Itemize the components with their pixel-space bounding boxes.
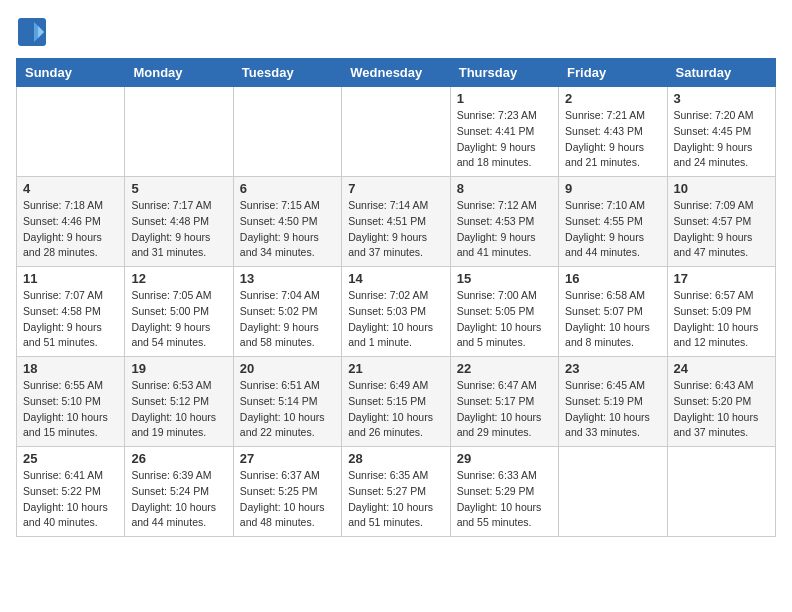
day-number: 3 [674, 91, 769, 106]
weekday-row: SundayMondayTuesdayWednesdayThursdayFrid… [17, 59, 776, 87]
calendar-cell: 15Sunrise: 7:00 AM Sunset: 5:05 PM Dayli… [450, 267, 558, 357]
day-info: Sunrise: 7:09 AM Sunset: 4:57 PM Dayligh… [674, 198, 769, 261]
day-info: Sunrise: 6:51 AM Sunset: 5:14 PM Dayligh… [240, 378, 335, 441]
day-number: 1 [457, 91, 552, 106]
day-info: Sunrise: 6:55 AM Sunset: 5:10 PM Dayligh… [23, 378, 118, 441]
calendar-cell: 20Sunrise: 6:51 AM Sunset: 5:14 PM Dayli… [233, 357, 341, 447]
day-number: 2 [565, 91, 660, 106]
calendar-cell: 18Sunrise: 6:55 AM Sunset: 5:10 PM Dayli… [17, 357, 125, 447]
day-number: 27 [240, 451, 335, 466]
day-number: 25 [23, 451, 118, 466]
calendar-cell: 25Sunrise: 6:41 AM Sunset: 5:22 PM Dayli… [17, 447, 125, 537]
calendar-cell: 22Sunrise: 6:47 AM Sunset: 5:17 PM Dayli… [450, 357, 558, 447]
day-number: 22 [457, 361, 552, 376]
calendar-cell: 4Sunrise: 7:18 AM Sunset: 4:46 PM Daylig… [17, 177, 125, 267]
day-info: Sunrise: 7:14 AM Sunset: 4:51 PM Dayligh… [348, 198, 443, 261]
calendar-cell [342, 87, 450, 177]
calendar-cell: 16Sunrise: 6:58 AM Sunset: 5:07 PM Dayli… [559, 267, 667, 357]
calendar-cell: 8Sunrise: 7:12 AM Sunset: 4:53 PM Daylig… [450, 177, 558, 267]
calendar-cell: 6Sunrise: 7:15 AM Sunset: 4:50 PM Daylig… [233, 177, 341, 267]
day-info: Sunrise: 7:20 AM Sunset: 4:45 PM Dayligh… [674, 108, 769, 171]
logo [16, 16, 52, 48]
calendar-cell: 29Sunrise: 6:33 AM Sunset: 5:29 PM Dayli… [450, 447, 558, 537]
calendar-cell: 11Sunrise: 7:07 AM Sunset: 4:58 PM Dayli… [17, 267, 125, 357]
calendar-cell: 12Sunrise: 7:05 AM Sunset: 5:00 PM Dayli… [125, 267, 233, 357]
calendar-cell: 24Sunrise: 6:43 AM Sunset: 5:20 PM Dayli… [667, 357, 775, 447]
day-info: Sunrise: 6:37 AM Sunset: 5:25 PM Dayligh… [240, 468, 335, 531]
calendar-cell [233, 87, 341, 177]
day-number: 7 [348, 181, 443, 196]
day-info: Sunrise: 7:21 AM Sunset: 4:43 PM Dayligh… [565, 108, 660, 171]
day-info: Sunrise: 7:17 AM Sunset: 4:48 PM Dayligh… [131, 198, 226, 261]
day-info: Sunrise: 7:05 AM Sunset: 5:00 PM Dayligh… [131, 288, 226, 351]
weekday-header: Friday [559, 59, 667, 87]
calendar-cell: 13Sunrise: 7:04 AM Sunset: 5:02 PM Dayli… [233, 267, 341, 357]
day-number: 8 [457, 181, 552, 196]
day-number: 29 [457, 451, 552, 466]
day-number: 17 [674, 271, 769, 286]
page-header [16, 16, 776, 48]
day-number: 20 [240, 361, 335, 376]
day-number: 18 [23, 361, 118, 376]
day-info: Sunrise: 6:35 AM Sunset: 5:27 PM Dayligh… [348, 468, 443, 531]
day-number: 4 [23, 181, 118, 196]
day-info: Sunrise: 6:45 AM Sunset: 5:19 PM Dayligh… [565, 378, 660, 441]
day-info: Sunrise: 7:15 AM Sunset: 4:50 PM Dayligh… [240, 198, 335, 261]
calendar-table: SundayMondayTuesdayWednesdayThursdayFrid… [16, 58, 776, 537]
day-number: 23 [565, 361, 660, 376]
day-number: 9 [565, 181, 660, 196]
calendar-week-row: 1Sunrise: 7:23 AM Sunset: 4:41 PM Daylig… [17, 87, 776, 177]
day-number: 21 [348, 361, 443, 376]
day-info: Sunrise: 7:02 AM Sunset: 5:03 PM Dayligh… [348, 288, 443, 351]
calendar-cell: 2Sunrise: 7:21 AM Sunset: 4:43 PM Daylig… [559, 87, 667, 177]
calendar-cell [667, 447, 775, 537]
calendar-cell: 28Sunrise: 6:35 AM Sunset: 5:27 PM Dayli… [342, 447, 450, 537]
calendar-header: SundayMondayTuesdayWednesdayThursdayFrid… [17, 59, 776, 87]
calendar-week-row: 11Sunrise: 7:07 AM Sunset: 4:58 PM Dayli… [17, 267, 776, 357]
calendar-cell: 7Sunrise: 7:14 AM Sunset: 4:51 PM Daylig… [342, 177, 450, 267]
weekday-header: Sunday [17, 59, 125, 87]
weekday-header: Saturday [667, 59, 775, 87]
day-number: 11 [23, 271, 118, 286]
day-number: 13 [240, 271, 335, 286]
calendar-cell: 10Sunrise: 7:09 AM Sunset: 4:57 PM Dayli… [667, 177, 775, 267]
calendar-cell: 14Sunrise: 7:02 AM Sunset: 5:03 PM Dayli… [342, 267, 450, 357]
day-info: Sunrise: 7:23 AM Sunset: 4:41 PM Dayligh… [457, 108, 552, 171]
day-info: Sunrise: 6:57 AM Sunset: 5:09 PM Dayligh… [674, 288, 769, 351]
day-info: Sunrise: 6:53 AM Sunset: 5:12 PM Dayligh… [131, 378, 226, 441]
calendar-cell: 17Sunrise: 6:57 AM Sunset: 5:09 PM Dayli… [667, 267, 775, 357]
calendar-cell: 9Sunrise: 7:10 AM Sunset: 4:55 PM Daylig… [559, 177, 667, 267]
day-info: Sunrise: 6:47 AM Sunset: 5:17 PM Dayligh… [457, 378, 552, 441]
calendar-cell: 3Sunrise: 7:20 AM Sunset: 4:45 PM Daylig… [667, 87, 775, 177]
day-info: Sunrise: 7:07 AM Sunset: 4:58 PM Dayligh… [23, 288, 118, 351]
weekday-header: Thursday [450, 59, 558, 87]
logo-icon [16, 16, 48, 48]
day-info: Sunrise: 6:43 AM Sunset: 5:20 PM Dayligh… [674, 378, 769, 441]
day-number: 14 [348, 271, 443, 286]
day-info: Sunrise: 7:18 AM Sunset: 4:46 PM Dayligh… [23, 198, 118, 261]
calendar-week-row: 18Sunrise: 6:55 AM Sunset: 5:10 PM Dayli… [17, 357, 776, 447]
day-info: Sunrise: 7:04 AM Sunset: 5:02 PM Dayligh… [240, 288, 335, 351]
weekday-header: Wednesday [342, 59, 450, 87]
day-info: Sunrise: 6:33 AM Sunset: 5:29 PM Dayligh… [457, 468, 552, 531]
day-info: Sunrise: 6:49 AM Sunset: 5:15 PM Dayligh… [348, 378, 443, 441]
calendar-cell [17, 87, 125, 177]
day-number: 15 [457, 271, 552, 286]
day-number: 26 [131, 451, 226, 466]
day-number: 10 [674, 181, 769, 196]
day-info: Sunrise: 6:58 AM Sunset: 5:07 PM Dayligh… [565, 288, 660, 351]
day-number: 16 [565, 271, 660, 286]
day-info: Sunrise: 7:00 AM Sunset: 5:05 PM Dayligh… [457, 288, 552, 351]
day-number: 12 [131, 271, 226, 286]
day-number: 28 [348, 451, 443, 466]
calendar-cell: 26Sunrise: 6:39 AM Sunset: 5:24 PM Dayli… [125, 447, 233, 537]
day-number: 19 [131, 361, 226, 376]
calendar-week-row: 25Sunrise: 6:41 AM Sunset: 5:22 PM Dayli… [17, 447, 776, 537]
calendar-cell: 1Sunrise: 7:23 AM Sunset: 4:41 PM Daylig… [450, 87, 558, 177]
weekday-header: Tuesday [233, 59, 341, 87]
calendar-cell: 21Sunrise: 6:49 AM Sunset: 5:15 PM Dayli… [342, 357, 450, 447]
weekday-header: Monday [125, 59, 233, 87]
day-info: Sunrise: 7:10 AM Sunset: 4:55 PM Dayligh… [565, 198, 660, 261]
calendar-cell [559, 447, 667, 537]
day-info: Sunrise: 6:39 AM Sunset: 5:24 PM Dayligh… [131, 468, 226, 531]
